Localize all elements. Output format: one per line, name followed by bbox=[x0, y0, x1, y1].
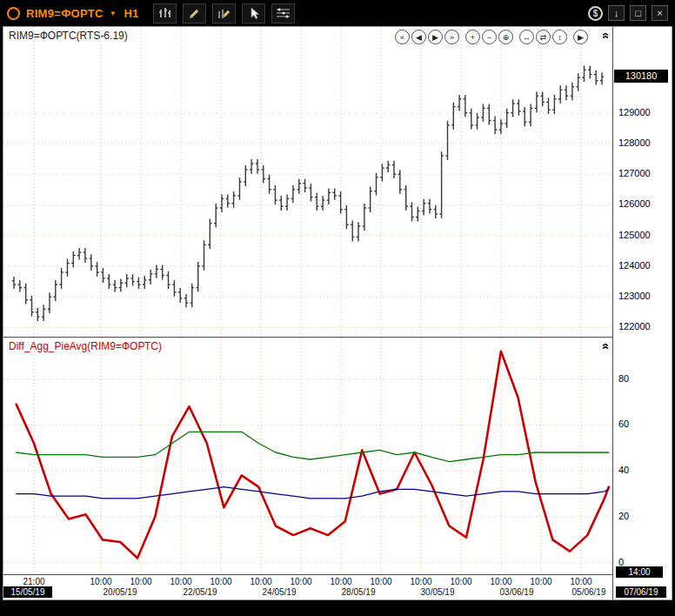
price-tick-label: 128000 bbox=[618, 137, 651, 148]
date-tick-label: 05/06/19 bbox=[565, 587, 612, 597]
indicator-tick-label: 0 bbox=[618, 557, 624, 567]
zoom-in-button[interactable]: + bbox=[465, 30, 480, 44]
step-forward-button[interactable]: ▶ bbox=[428, 30, 443, 44]
main-chart-label: RIM9=ФОРТС(RTS-6.19) bbox=[9, 30, 128, 42]
main-chart-panel[interactable]: RIM9=ФОРТС(RTS-6.19) «◀▶»+−⊕↔⇄↕▶ « bbox=[3, 27, 612, 338]
indicator-label: Diff_Agg_PieAvg(RIM9=ФОРТС) bbox=[9, 340, 162, 352]
start-date-badge: 15/05/19 bbox=[3, 586, 52, 598]
timeframe-selector[interactable]: H1 bbox=[124, 7, 139, 20]
go-to-end-button[interactable]: ▶ bbox=[573, 30, 588, 44]
time-tick-label: 10:00 bbox=[325, 577, 357, 586]
fit-width-button[interactable]: ↔ bbox=[519, 30, 534, 44]
symbol-selector[interactable]: RIM9=ФОРТС bbox=[26, 7, 104, 20]
zoom-out-button[interactable]: − bbox=[482, 30, 497, 44]
price-tick-label: 123000 bbox=[618, 291, 651, 301]
cursor-icon bbox=[249, 7, 259, 20]
price-tick-label: 124000 bbox=[618, 260, 651, 271]
price-tick-label: 126000 bbox=[618, 198, 651, 209]
indicator-panel[interactable]: Diff_Agg_PieAvg(RIM9=ФОРТС) « bbox=[3, 338, 612, 575]
scale-x-button[interactable]: ⇄ bbox=[536, 30, 551, 44]
indicator-tick-label: 40 bbox=[618, 465, 629, 475]
main-chart-svg[interactable] bbox=[3, 27, 612, 337]
plot-column: RIM9=ФОРТС(RTS-6.19) «◀▶»+−⊕↔⇄↕▶ « Diff_… bbox=[3, 27, 612, 599]
time-tick-label: 10:00 bbox=[565, 577, 597, 586]
time-tick-label: 10:00 bbox=[365, 577, 397, 586]
titlebar-left-group: RIM9=ФОРТС ▼ H1 bbox=[7, 3, 295, 23]
chart-edit-icon bbox=[217, 7, 231, 19]
time-tick-label: 10:00 bbox=[405, 577, 437, 586]
price-tick-label: 127000 bbox=[618, 168, 651, 178]
indicator-tool-button[interactable] bbox=[271, 3, 295, 23]
chart-bars-icon bbox=[158, 7, 172, 19]
date-tick-label: 20/05/19 bbox=[97, 587, 144, 597]
chevron-down-icon[interactable]: ▼ bbox=[110, 10, 117, 17]
chart-nav-toolbar: «◀▶»+−⊕↔⇄↕▶ bbox=[393, 30, 588, 44]
last-price-badge: 130180 bbox=[614, 70, 668, 83]
collapse-main-panel-button[interactable]: « bbox=[601, 32, 612, 39]
price-tick-label: 129000 bbox=[618, 107, 651, 117]
date-tick-label: 03/06/19 bbox=[493, 587, 540, 597]
time-tick-label: 10:00 bbox=[445, 577, 477, 586]
chart-bars-tool-button[interactable] bbox=[153, 3, 177, 23]
step-back-button[interactable]: ◀ bbox=[411, 30, 426, 44]
indicator-tick-label: 80 bbox=[618, 373, 629, 384]
price-tick-label: 122000 bbox=[618, 321, 651, 331]
chart-frame: RIM9=ФОРТС(RTS-6.19) «◀▶»+−⊕↔⇄↕▶ « Diff_… bbox=[3, 26, 672, 600]
collapse-indicator-panel-button[interactable]: « bbox=[601, 343, 612, 350]
pencil-icon bbox=[188, 7, 201, 19]
time-tick-label: 10:00 bbox=[165, 577, 197, 586]
cursor-tool-button[interactable] bbox=[242, 3, 265, 23]
time-tick-label: 10:00 bbox=[205, 577, 237, 586]
dollar-icon[interactable]: $ bbox=[588, 6, 603, 21]
restore-window-button[interactable]: □ bbox=[630, 5, 646, 21]
time-tick-label: 10:00 bbox=[285, 577, 317, 586]
instrument-logo-icon bbox=[7, 7, 20, 20]
close-window-button[interactable]: × bbox=[652, 5, 668, 21]
end-date-badge: 07/06/19 bbox=[616, 586, 666, 598]
date-tick-label: 24/05/19 bbox=[256, 587, 303, 597]
app-window: RIM9=ФОРТС ▼ H1 bbox=[0, 0, 675, 616]
chart-edit-tool-button[interactable] bbox=[212, 3, 236, 23]
titlebar: RIM9=ФОРТС ▼ H1 bbox=[0, 0, 675, 26]
date-tick-label: 22/05/19 bbox=[177, 587, 224, 597]
time-tick-label: 10:00 bbox=[485, 577, 517, 586]
titlebar-right-group: $ ↓ □ × bbox=[588, 5, 668, 21]
time-axis[interactable]: 21:0010:0010:0010:0010:0010:0010:0010:00… bbox=[3, 575, 612, 599]
indicator-chart-svg[interactable] bbox=[3, 338, 612, 574]
indicator-tick-label: 20 bbox=[618, 511, 629, 521]
time-tick-label: 10:00 bbox=[245, 577, 277, 586]
indicator-lines-icon bbox=[276, 8, 291, 18]
date-tick-label: 28/05/19 bbox=[335, 587, 382, 597]
last-time-badge: 14:00 bbox=[616, 566, 663, 578]
window-bottom-bar bbox=[0, 600, 675, 616]
time-tick-label: 10:00 bbox=[85, 577, 117, 586]
fast-forward-button[interactable]: » bbox=[444, 30, 459, 44]
down-arrow-button[interactable]: ↓ bbox=[608, 5, 625, 21]
time-tick-label: 10:00 bbox=[525, 577, 557, 586]
price-axis[interactable]: 130180 122000123000124000125000126000127… bbox=[612, 27, 672, 599]
scale-y-button[interactable]: ↕ bbox=[552, 30, 567, 44]
zoom-area-button[interactable]: ⊕ bbox=[498, 30, 513, 44]
indicator-tick-label: 60 bbox=[618, 418, 629, 429]
time-tick-label: 10:00 bbox=[125, 577, 157, 586]
time-tick-label: 21:00 bbox=[18, 577, 50, 586]
fast-back-button[interactable]: « bbox=[395, 30, 410, 44]
price-tick-label: 125000 bbox=[618, 230, 651, 240]
draw-tool-button[interactable] bbox=[183, 3, 206, 23]
date-tick-label: 30/05/19 bbox=[414, 587, 461, 597]
